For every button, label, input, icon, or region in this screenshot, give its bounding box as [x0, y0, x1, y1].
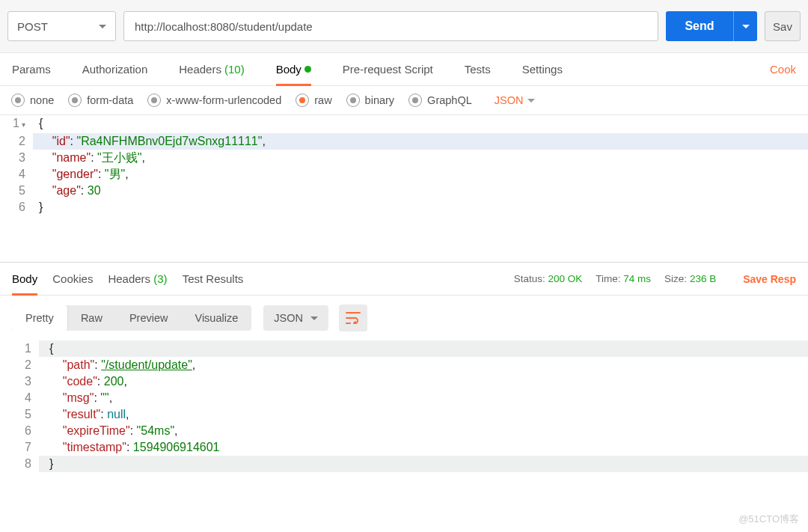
resp-tab-cookies[interactable]: Cookies	[52, 263, 93, 295]
chevron-down-icon	[527, 99, 535, 103]
resp-tab-headers[interactable]: Headers (3)	[108, 263, 167, 295]
response-tabs: Body Cookies Headers (3) Test Results	[12, 263, 243, 295]
tab-headers-label: Headers	[179, 63, 221, 76]
body-binary[interactable]: binary	[347, 94, 395, 106]
radio-icon	[409, 94, 421, 106]
response-toolbar: Pretty Raw Preview Visualize JSON	[0, 296, 808, 340]
chevron-down-icon	[310, 317, 318, 320]
dot-icon	[304, 66, 311, 73]
body-none[interactable]: none	[12, 94, 54, 106]
request-tabs: Params Authorization Headers (10) Body P…	[0, 53, 808, 86]
tab-settings[interactable]: Settings	[522, 53, 563, 85]
chevron-down-icon	[742, 25, 750, 28]
tab-authorization[interactable]: Authorization	[82, 53, 148, 85]
time-value: 74 ms	[623, 273, 651, 284]
view-mode-segment: Pretty Raw Preview Visualize	[12, 305, 251, 331]
request-bar: POST Send Sav	[0, 0, 808, 53]
save-button[interactable]: Sav	[765, 11, 801, 41]
body-language-value: JSON	[495, 94, 524, 106]
radio-icon	[12, 94, 24, 106]
request-editor[interactable]: 1▾{ 2 "id": "Ra4NFHMBnv0Ejd7wSnxg11111",…	[0, 115, 808, 262]
tab-headers-count: (10)	[224, 63, 245, 76]
radio-icon	[69, 94, 81, 106]
chevron-down-icon	[99, 25, 106, 28]
watermark: @51CTO博客	[738, 513, 799, 526]
response-meta: Status: 200 OK Time: 74 ms Size: 236 B S…	[514, 273, 796, 285]
tab-headers[interactable]: Headers (10)	[179, 53, 244, 85]
response-header: Body Cookies Headers (3) Test Results St…	[0, 262, 808, 296]
radio-icon	[148, 94, 160, 106]
send-button[interactable]: Send	[666, 11, 733, 41]
cookies-link[interactable]: Cook	[770, 53, 796, 85]
body-form-data[interactable]: form-data	[69, 94, 133, 106]
tab-tests[interactable]: Tests	[465, 53, 491, 85]
body-urlencoded[interactable]: x-www-form-urlencoded	[148, 94, 281, 106]
method-value: POST	[17, 20, 48, 33]
send-group: Send	[666, 11, 757, 41]
body-raw[interactable]: raw	[296, 94, 331, 106]
size-value: 236 B	[690, 273, 716, 284]
tab-body[interactable]: Body	[276, 53, 311, 85]
response-format-dropdown[interactable]: JSON	[263, 305, 328, 331]
radio-icon	[296, 94, 308, 106]
method-dropdown[interactable]: POST	[7, 11, 116, 41]
wrap-lines-button[interactable]	[339, 305, 367, 331]
tab-body-label: Body	[276, 63, 302, 76]
view-pretty[interactable]: Pretty	[12, 305, 68, 331]
tab-prerequest[interactable]: Pre-request Script	[343, 53, 433, 85]
body-graphql[interactable]: GraphQL	[409, 94, 472, 106]
radio-icon	[347, 94, 359, 106]
response-body[interactable]: 1{ 2 "path": "/student/update", 3 "code"…	[0, 340, 808, 472]
send-dropdown[interactable]	[733, 11, 757, 41]
body-language-dropdown[interactable]: JSON	[495, 94, 536, 106]
resp-tab-tests[interactable]: Test Results	[183, 263, 244, 295]
resp-tab-body[interactable]: Body	[12, 263, 37, 295]
url-input[interactable]	[123, 11, 658, 41]
view-preview[interactable]: Preview	[116, 305, 182, 331]
view-visualize[interactable]: Visualize	[181, 305, 251, 331]
status-value: 200 OK	[548, 273, 583, 284]
body-type-row: none form-data x-www-form-urlencoded raw…	[0, 86, 808, 115]
save-response-button[interactable]: Save Resp	[743, 273, 796, 285]
view-raw[interactable]: Raw	[67, 305, 116, 331]
wrap-icon	[346, 312, 361, 324]
tab-params[interactable]: Params	[12, 53, 51, 85]
